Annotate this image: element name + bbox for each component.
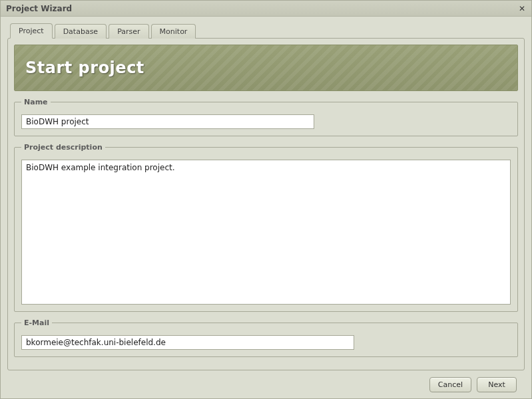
window: Project Wizard ✕ Project Database Parser… [0,0,532,399]
description-textarea[interactable] [21,160,511,305]
close-icon[interactable]: ✕ [517,3,527,14]
group-name: Name [14,98,518,136]
button-bar: Cancel Next [7,370,525,398]
content-area: Project Database Parser Monitor Start pr… [1,17,531,398]
cancel-button[interactable]: Cancel [429,377,471,392]
page-title: Start project [25,59,144,77]
group-email-legend: E-Mail [21,319,52,327]
banner: Start project [14,45,518,91]
tab-monitor[interactable]: Monitor [151,24,196,39]
tabstrip: Project Database Parser Monitor [7,22,525,38]
tab-panel: Start project Name Project description E… [7,38,525,370]
tab-database[interactable]: Database [55,24,107,39]
titlebar: Project Wizard ✕ [1,1,531,17]
tab-parser[interactable]: Parser [109,24,148,39]
group-description: Project description [14,143,518,312]
next-button[interactable]: Next [477,377,517,392]
group-description-legend: Project description [21,143,105,152]
group-name-legend: Name [21,98,51,106]
tab-project[interactable]: Project [10,23,53,39]
group-email: E-Mail [14,319,518,357]
name-input[interactable] [21,114,314,129]
window-title: Project Wizard [6,4,72,13]
email-input[interactable] [21,335,354,350]
